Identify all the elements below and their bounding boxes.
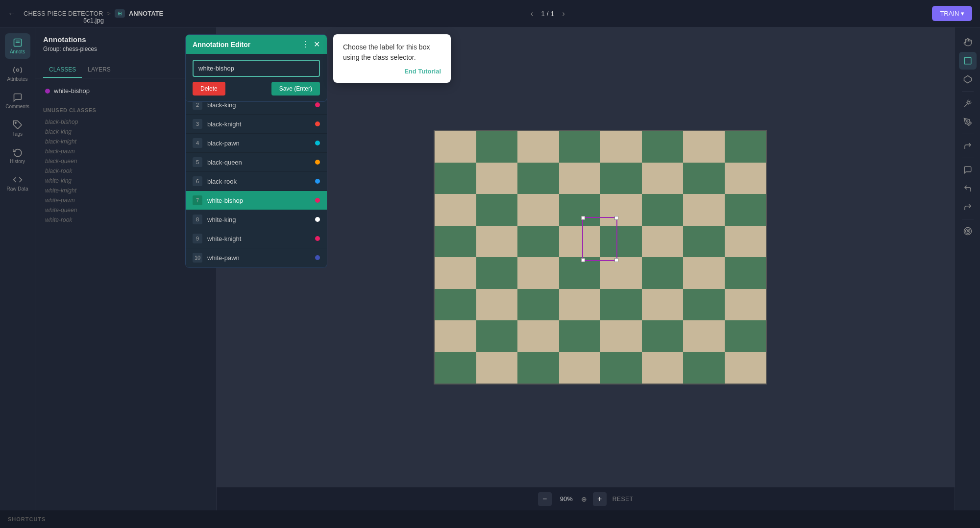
zoom-icon: ⊕: [581, 495, 587, 503]
chess-cell: [435, 257, 476, 289]
shortcuts-label: SHORTCUTS: [8, 516, 46, 522]
sidebar-item-annots[interactable]: Annots: [5, 33, 30, 59]
annotation-corner-br[interactable]: [614, 258, 618, 262]
page-indicator: 1 / 1: [541, 10, 554, 18]
topbar-center: ‹ 1 / 1 ›: [163, 9, 932, 18]
delete-annotation-button[interactable]: Delete: [193, 82, 225, 96]
end-tutorial-button[interactable]: End Tutorial: [343, 68, 441, 75]
chess-cell: [600, 289, 642, 321]
back-button[interactable]: ←: [8, 9, 16, 18]
selector-color-dot: [315, 141, 320, 145]
bottom-bar: − 90% ⊕ + RESET: [217, 487, 955, 510]
magic-tool-button[interactable]: [959, 95, 977, 112]
unused-item: white-king: [43, 176, 208, 186]
polygon-tool-button[interactable]: [959, 71, 977, 88]
zoom-in-button[interactable]: +: [593, 492, 607, 506]
chess-board-container: [434, 130, 767, 384]
chess-cell: [683, 257, 725, 289]
class-selector-item[interactable]: 3 black-knight: [186, 115, 327, 134]
selector-label: black-queen: [207, 159, 310, 166]
class-selector-item[interactable]: 8 white-king: [186, 210, 327, 229]
annotation-corner-tl[interactable]: [581, 216, 585, 220]
chess-cell: [476, 194, 518, 226]
filename-label: 5c1.jpg: [83, 17, 104, 24]
chess-cell: [683, 226, 725, 258]
sidebar-history-label: History: [10, 159, 25, 164]
redo-button[interactable]: [959, 198, 977, 216]
undo-button[interactable]: [959, 180, 977, 197]
box-tool-button[interactable]: [959, 52, 977, 70]
chess-cell: [683, 320, 725, 352]
hand-tool-button[interactable]: [959, 33, 977, 51]
main-content: Annots Attributes Comments Tags History …: [0, 27, 980, 510]
sidebar-annots-label: Annots: [10, 49, 25, 54]
editor-buttons: Delete Save (Enter): [193, 82, 320, 96]
selector-num: 7: [193, 195, 202, 205]
annotation-corner-bl[interactable]: [581, 258, 585, 262]
train-button[interactable]: TRAIN ▾: [932, 6, 972, 21]
panel-title: Annotations: [43, 35, 208, 44]
editor-close-icon[interactable]: ✕: [314, 40, 320, 49]
selector-label: black-king: [207, 101, 310, 109]
chess-cell: [642, 289, 684, 321]
class-item-white-bishop[interactable]: white-bishop 1: [43, 84, 208, 97]
target-button[interactable]: [959, 222, 977, 240]
selector-num: 4: [193, 138, 202, 148]
prev-image-button[interactable]: ‹: [531, 9, 533, 18]
chess-cell: [476, 289, 518, 321]
chess-cell: [725, 289, 766, 321]
redo-tool-button[interactable]: [959, 137, 977, 155]
class-selector-dropdown: 1 black-bishop 2 black-king 3 black-knig…: [185, 76, 327, 268]
chess-cell: [725, 257, 766, 289]
chess-cell: [642, 257, 684, 289]
selector-label: white-knight: [207, 235, 310, 242]
chess-cell: [642, 131, 684, 163]
topbar: ← CHESS PIECE DETECTOR > ⊞ ANNOTATE ‹ 1 …: [0, 0, 980, 27]
breadcrumb-separator: >: [107, 10, 111, 17]
svg-marker-6: [964, 76, 971, 83]
unused-item: black-rook: [43, 166, 208, 176]
sidebar-item-raw-data[interactable]: Raw Data: [5, 170, 30, 196]
reset-zoom-button[interactable]: RESET: [612, 496, 634, 503]
selector-color-dot: [315, 255, 320, 260]
class-selector-item[interactable]: 10 white-pawn: [186, 248, 327, 267]
tab-classes[interactable]: CLASSES: [43, 62, 82, 78]
annotation-editor: Annotation Editor ⋮ ✕ Delete Save (Enter…: [185, 34, 327, 102]
class-selector-item[interactable]: 9 white-knight: [186, 229, 327, 248]
chess-cell: [725, 320, 766, 352]
svg-rect-5: [964, 57, 971, 64]
class-selector-item[interactable]: 7 white-bishop: [186, 191, 327, 210]
annotation-corner-tr[interactable]: [614, 216, 618, 220]
right-toolbar: [955, 27, 980, 510]
svg-point-3: [16, 69, 19, 72]
chess-cell: [517, 163, 559, 194]
sidebar-comments-label: Comments: [5, 104, 29, 109]
selector-num: 9: [193, 234, 202, 243]
class-selector-item[interactable]: 4 black-pawn: [186, 134, 327, 153]
editor-more-icon[interactable]: ⋮: [302, 40, 310, 49]
toolbar-divider-2: [962, 134, 974, 134]
selector-label: white-bishop: [207, 197, 310, 204]
unused-item: white-rook: [43, 215, 208, 225]
class-selector-item[interactable]: 6 black-rook: [186, 172, 327, 191]
sidebar-item-attributes[interactable]: Attributes: [5, 61, 30, 86]
editor-class-input[interactable]: [193, 60, 320, 77]
chess-cell: [476, 352, 518, 384]
svg-point-4: [15, 122, 16, 124]
sidebar-item-tags[interactable]: Tags: [5, 116, 30, 141]
svg-rect-2: [15, 42, 19, 43]
sidebar-item-history[interactable]: History: [5, 143, 30, 168]
save-annotation-button[interactable]: Save (Enter): [271, 82, 320, 96]
comment-tool-button[interactable]: [959, 161, 977, 179]
tab-layers[interactable]: LAYERS: [82, 62, 116, 78]
chess-cell: [600, 352, 642, 384]
selector-color-dot: [315, 102, 320, 107]
topbar-right: TRAIN ▾: [932, 6, 972, 21]
class-selector-item[interactable]: 5 black-queen: [186, 153, 327, 172]
toolbar-divider-4: [962, 219, 974, 219]
svg-point-11: [967, 231, 968, 232]
brush-tool-button[interactable]: [959, 113, 977, 131]
sidebar-item-comments[interactable]: Comments: [5, 88, 30, 114]
zoom-out-button[interactable]: −: [538, 492, 552, 506]
next-image-button[interactable]: ›: [562, 9, 564, 18]
